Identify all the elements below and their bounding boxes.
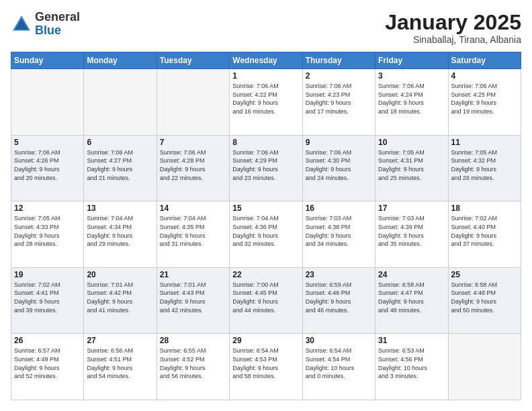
week-row-5: 26Sunrise: 6:57 AM Sunset: 4:49 PM Dayli…: [11, 334, 521, 400]
day-number: 30: [306, 336, 372, 345]
day-info: Sunrise: 7:05 AM Sunset: 4:31 PM Dayligh…: [378, 148, 445, 182]
day-number: 7: [160, 138, 226, 147]
logo-icon: [11, 13, 32, 35]
day-info: Sunrise: 7:05 AM Sunset: 4:32 PM Dayligh…: [451, 148, 518, 182]
day-info: Sunrise: 7:06 AM Sunset: 4:29 PM Dayligh…: [232, 148, 299, 182]
day-number: 6: [87, 138, 153, 147]
day-number: 4: [451, 71, 518, 81]
day-number: 1: [232, 71, 299, 81]
day-info: Sunrise: 7:02 AM Sunset: 4:40 PM Dayligh…: [451, 214, 518, 248]
calendar-cell: 16Sunrise: 7:03 AM Sunset: 4:38 PM Dayli…: [302, 201, 375, 268]
day-info: Sunrise: 6:54 AM Sunset: 4:54 PM Dayligh…: [306, 347, 372, 380]
day-number: 5: [14, 138, 81, 147]
header: General Blue January 2025 Sinaballaj, Ti…: [11, 11, 521, 45]
day-info: Sunrise: 6:53 AM Sunset: 4:56 PM Dayligh…: [378, 347, 445, 380]
calendar-cell: 19Sunrise: 7:02 AM Sunset: 4:41 PM Dayli…: [11, 267, 84, 334]
day-number: 28: [160, 336, 226, 345]
logo: General Blue: [11, 11, 80, 38]
day-info: Sunrise: 7:03 AM Sunset: 4:39 PM Dayligh…: [378, 214, 445, 248]
day-number: 3: [378, 71, 445, 81]
weekday-header-thursday: Thursday: [302, 52, 375, 69]
calendar-cell: 13Sunrise: 7:04 AM Sunset: 4:34 PM Dayli…: [84, 201, 157, 268]
calendar-cell: 7Sunrise: 7:06 AM Sunset: 4:28 PM Daylig…: [157, 135, 229, 201]
calendar-cell: 3Sunrise: 7:06 AM Sunset: 4:24 PM Daylig…: [375, 69, 448, 136]
day-number: 22: [232, 270, 299, 279]
day-info: Sunrise: 7:05 AM Sunset: 4:33 PM Dayligh…: [14, 214, 81, 248]
calendar-table: SundayMondayTuesdayWednesdayThursdayFrid…: [11, 52, 521, 400]
day-info: Sunrise: 7:04 AM Sunset: 4:34 PM Dayligh…: [87, 214, 153, 248]
day-number: 17: [378, 203, 445, 213]
calendar-cell: 2Sunrise: 7:06 AM Sunset: 4:23 PM Daylig…: [302, 69, 375, 136]
calendar-cell: [157, 69, 229, 136]
day-number: 9: [306, 138, 372, 147]
day-info: Sunrise: 7:06 AM Sunset: 4:28 PM Dayligh…: [160, 148, 226, 182]
day-info: Sunrise: 7:04 AM Sunset: 4:36 PM Dayligh…: [232, 214, 299, 248]
calendar-cell: 15Sunrise: 7:04 AM Sunset: 4:36 PM Dayli…: [230, 201, 302, 268]
calendar-cell: [84, 69, 157, 136]
week-row-3: 12Sunrise: 7:05 AM Sunset: 4:33 PM Dayli…: [11, 201, 521, 268]
page: General Blue January 2025 Sinaballaj, Ti…: [0, 0, 532, 411]
day-info: Sunrise: 6:56 AM Sunset: 4:51 PM Dayligh…: [87, 347, 153, 380]
day-number: 25: [451, 270, 518, 279]
day-number: 29: [232, 336, 299, 345]
day-info: Sunrise: 7:06 AM Sunset: 4:23 PM Dayligh…: [306, 82, 372, 116]
day-info: Sunrise: 6:57 AM Sunset: 4:49 PM Dayligh…: [14, 347, 81, 380]
weekday-header-row: SundayMondayTuesdayWednesdayThursdayFrid…: [11, 52, 521, 69]
weekday-header-saturday: Saturday: [448, 52, 521, 69]
calendar-cell: 22Sunrise: 7:00 AM Sunset: 4:45 PM Dayli…: [230, 267, 302, 334]
location: Sinaballaj, Tirana, Albania: [385, 34, 521, 45]
week-row-4: 19Sunrise: 7:02 AM Sunset: 4:41 PM Dayli…: [11, 267, 521, 334]
calendar-cell: 23Sunrise: 6:59 AM Sunset: 4:46 PM Dayli…: [302, 267, 375, 334]
day-number: 16: [306, 203, 372, 213]
day-number: 21: [160, 270, 226, 279]
day-info: Sunrise: 7:02 AM Sunset: 4:41 PM Dayligh…: [14, 281, 81, 314]
day-info: Sunrise: 7:04 AM Sunset: 4:35 PM Dayligh…: [160, 214, 226, 248]
day-info: Sunrise: 7:03 AM Sunset: 4:38 PM Dayligh…: [306, 214, 372, 248]
day-number: 23: [306, 270, 372, 279]
day-info: Sunrise: 6:55 AM Sunset: 4:52 PM Dayligh…: [160, 347, 226, 380]
calendar-cell: 28Sunrise: 6:55 AM Sunset: 4:52 PM Dayli…: [157, 334, 229, 400]
weekday-header-monday: Monday: [84, 52, 157, 69]
calendar-cell: 30Sunrise: 6:54 AM Sunset: 4:54 PM Dayli…: [302, 334, 375, 400]
calendar-cell: 18Sunrise: 7:02 AM Sunset: 4:40 PM Dayli…: [448, 201, 521, 268]
calendar-cell: 6Sunrise: 7:06 AM Sunset: 4:27 PM Daylig…: [84, 135, 157, 201]
day-info: Sunrise: 7:06 AM Sunset: 4:24 PM Dayligh…: [378, 82, 445, 116]
calendar-cell: 27Sunrise: 6:56 AM Sunset: 4:51 PM Dayli…: [84, 334, 157, 400]
day-info: Sunrise: 6:54 AM Sunset: 4:53 PM Dayligh…: [232, 347, 299, 380]
day-info: Sunrise: 6:59 AM Sunset: 4:46 PM Dayligh…: [306, 281, 372, 314]
calendar-cell: 29Sunrise: 6:54 AM Sunset: 4:53 PM Dayli…: [230, 334, 302, 400]
day-info: Sunrise: 7:06 AM Sunset: 4:27 PM Dayligh…: [87, 148, 153, 182]
logo-blue: Blue: [35, 24, 80, 38]
calendar-cell: 9Sunrise: 7:06 AM Sunset: 4:30 PM Daylig…: [302, 135, 375, 201]
calendar-cell: 12Sunrise: 7:05 AM Sunset: 4:33 PM Dayli…: [11, 201, 84, 268]
calendar-cell: [11, 69, 84, 136]
day-number: 15: [232, 203, 299, 213]
month-title: January 2025: [385, 11, 521, 34]
day-number: 24: [378, 270, 445, 279]
calendar-cell: 11Sunrise: 7:05 AM Sunset: 4:32 PM Dayli…: [448, 135, 521, 201]
calendar-cell: 10Sunrise: 7:05 AM Sunset: 4:31 PM Dayli…: [375, 135, 448, 201]
weekday-header-friday: Friday: [375, 52, 448, 69]
day-number: 13: [87, 203, 153, 213]
calendar-cell: 25Sunrise: 6:58 AM Sunset: 4:48 PM Dayli…: [448, 267, 521, 334]
day-number: 27: [87, 336, 153, 345]
day-info: Sunrise: 7:06 AM Sunset: 4:25 PM Dayligh…: [451, 82, 518, 116]
weekday-header-tuesday: Tuesday: [157, 52, 229, 69]
day-info: Sunrise: 7:01 AM Sunset: 4:43 PM Dayligh…: [160, 281, 226, 314]
calendar-cell: 4Sunrise: 7:06 AM Sunset: 4:25 PM Daylig…: [448, 69, 521, 136]
calendar-cell: 31Sunrise: 6:53 AM Sunset: 4:56 PM Dayli…: [375, 334, 448, 400]
calendar-cell: 20Sunrise: 7:01 AM Sunset: 4:42 PM Dayli…: [84, 267, 157, 334]
day-number: 20: [87, 270, 153, 279]
weekday-header-wednesday: Wednesday: [230, 52, 302, 69]
day-info: Sunrise: 6:58 AM Sunset: 4:47 PM Dayligh…: [378, 281, 445, 314]
calendar-cell: 5Sunrise: 7:06 AM Sunset: 4:26 PM Daylig…: [11, 135, 84, 201]
day-number: 11: [451, 138, 518, 147]
calendar-cell: 21Sunrise: 7:01 AM Sunset: 4:43 PM Dayli…: [157, 267, 229, 334]
week-row-1: 1Sunrise: 7:06 AM Sunset: 4:22 PM Daylig…: [11, 69, 521, 136]
day-number: 18: [451, 203, 518, 213]
day-number: 31: [378, 336, 445, 345]
day-number: 8: [232, 138, 299, 147]
day-info: Sunrise: 7:06 AM Sunset: 4:22 PM Dayligh…: [232, 82, 299, 116]
calendar-cell: 8Sunrise: 7:06 AM Sunset: 4:29 PM Daylig…: [230, 135, 302, 201]
day-info: Sunrise: 6:58 AM Sunset: 4:48 PM Dayligh…: [451, 281, 518, 314]
